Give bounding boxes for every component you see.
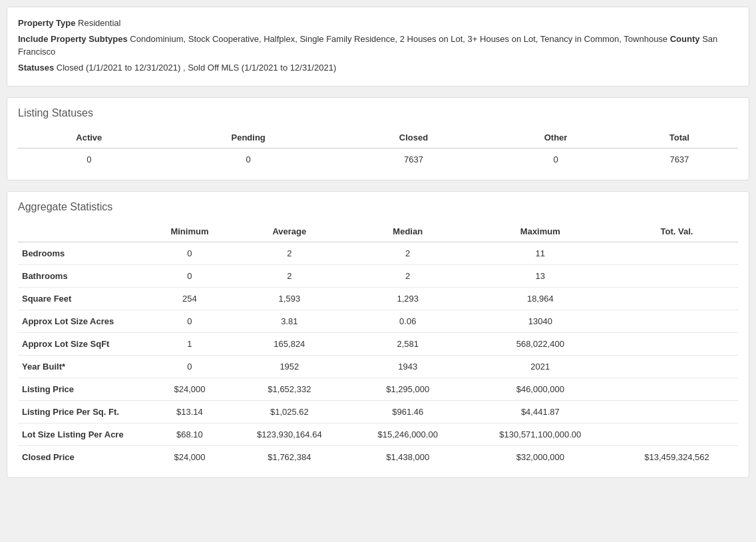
agg-cell-median: 1943 — [351, 356, 465, 378]
agg-col-label — [18, 221, 151, 242]
agg-cell-total — [616, 310, 738, 333]
statuses-label: Statuses — [18, 63, 54, 73]
agg-cell-median: 2,581 — [351, 333, 465, 356]
val-active: 0 — [18, 148, 160, 171]
agg-cell-maximum: 568,022,400 — [465, 333, 616, 356]
agg-cell-total — [616, 288, 738, 310]
agg-cell-minimum: 0 — [151, 356, 228, 378]
agg-data-row: Approx Lot Size SqFt1165,8242,581568,022… — [18, 333, 738, 356]
agg-cell-average: $1,025.62 — [228, 401, 351, 423]
agg-col-median: Median — [351, 221, 465, 242]
agg-cell-maximum: 11 — [465, 242, 616, 265]
listing-statuses-header-row: Active Pending Closed Other Total — [18, 127, 738, 148]
agg-cell-average: 3.81 — [228, 310, 351, 333]
agg-cell-label: Bedrooms — [18, 242, 151, 265]
property-type-value: Residential — [78, 18, 120, 28]
agg-cell-average: 1952 — [228, 356, 351, 378]
agg-cell-total — [616, 242, 738, 265]
aggregate-statistics-card: Aggregate Statistics Minimum Average Med… — [7, 191, 749, 478]
agg-cell-total — [616, 265, 738, 288]
agg-cell-total: $13,459,324,562 — [616, 446, 738, 469]
agg-cell-maximum: $32,000,000 — [465, 446, 616, 469]
agg-cell-maximum: 13 — [465, 265, 616, 288]
property-type-line: Property Type Residential — [18, 17, 738, 30]
county-label: County — [670, 34, 700, 44]
agg-data-row: Approx Lot Size Acres03.810.0613040 — [18, 310, 738, 333]
agg-cell-average: 1,593 — [228, 288, 351, 310]
agg-col-total: Tot. Val. — [616, 221, 738, 242]
col-pending: Pending — [160, 127, 337, 148]
agg-cell-minimum: 1 — [151, 333, 228, 356]
listing-statuses-data-row: 0 0 7637 0 7637 — [18, 148, 738, 171]
col-closed: Closed — [337, 127, 491, 148]
val-other: 0 — [490, 148, 620, 171]
agg-cell-maximum: 13040 — [465, 310, 616, 333]
agg-data-row: Bathrooms02213 — [18, 265, 738, 288]
agg-cell-median: 2 — [351, 265, 465, 288]
val-closed: 7637 — [337, 148, 491, 171]
listing-statuses-card: Listing Statuses Active Pending Closed O… — [7, 97, 749, 180]
agg-cell-minimum: $24,000 — [151, 446, 228, 469]
agg-cell-label: Listing Price — [18, 378, 151, 401]
listing-statuses-table: Active Pending Closed Other Total 0 0 76… — [18, 127, 738, 170]
property-info-card: Property Type Residential Include Proper… — [7, 7, 749, 87]
agg-cell-median: $1,295,000 — [351, 378, 465, 401]
agg-cell-median: 1,293 — [351, 288, 465, 310]
val-pending: 0 — [160, 148, 337, 171]
agg-cell-average: 2 — [228, 265, 351, 288]
agg-cell-label: Bathrooms — [18, 265, 151, 288]
agg-cell-label: Approx Lot Size SqFt — [18, 333, 151, 356]
agg-data-row: Bedrooms02211 — [18, 242, 738, 265]
agg-cell-median: 2 — [351, 242, 465, 265]
listing-statuses-title: Listing Statuses — [18, 107, 738, 119]
agg-cell-label: Square Feet — [18, 288, 151, 310]
aggregate-statistics-title: Aggregate Statistics — [18, 201, 738, 213]
agg-header-row: Minimum Average Median Maximum Tot. Val. — [18, 221, 738, 242]
agg-cell-average: $1,762,384 — [228, 446, 351, 469]
agg-data-row: Lot Size Listing Per Acre$68.10$123,930,… — [18, 423, 738, 446]
agg-cell-minimum: 0 — [151, 242, 228, 265]
agg-col-minimum: Minimum — [151, 221, 228, 242]
val-total: 7637 — [621, 148, 738, 171]
property-type-label: Property Type — [18, 18, 75, 28]
col-active: Active — [18, 127, 160, 148]
agg-col-maximum: Maximum — [465, 221, 616, 242]
agg-cell-maximum: $4,441.87 — [465, 401, 616, 423]
agg-cell-label: Year Built* — [18, 356, 151, 378]
agg-cell-average: $123,930,164.64 — [228, 423, 351, 446]
agg-cell-maximum: $46,000,000 — [465, 378, 616, 401]
agg-cell-minimum: $68.10 — [151, 423, 228, 446]
col-other: Other — [490, 127, 620, 148]
agg-cell-label: Listing Price Per Sq. Ft. — [18, 401, 151, 423]
agg-cell-median: $961.46 — [351, 401, 465, 423]
agg-data-row: Listing Price Per Sq. Ft.$13.14$1,025.62… — [18, 401, 738, 423]
agg-cell-total — [616, 378, 738, 401]
agg-cell-median: 0.06 — [351, 310, 465, 333]
include-subtypes-line: Include Property Subtypes Condominium, S… — [18, 33, 738, 59]
agg-cell-average: 165,824 — [228, 333, 351, 356]
agg-cell-minimum: 0 — [151, 310, 228, 333]
agg-cell-label: Lot Size Listing Per Acre — [18, 423, 151, 446]
agg-cell-minimum: 254 — [151, 288, 228, 310]
col-total: Total — [621, 127, 738, 148]
agg-cell-total — [616, 401, 738, 423]
agg-cell-maximum: 2021 — [465, 356, 616, 378]
agg-cell-total — [616, 423, 738, 446]
agg-cell-minimum: $13.14 — [151, 401, 228, 423]
agg-cell-total — [616, 333, 738, 356]
statuses-line: Statuses Closed (1/1/2021 to 12/31/2021)… — [18, 61, 738, 75]
agg-data-row: Square Feet2541,5931,29318,964 — [18, 288, 738, 310]
agg-cell-total — [616, 356, 738, 378]
agg-data-row: Closed Price$24,000$1,762,384$1,438,000$… — [18, 446, 738, 469]
agg-data-row: Year Built*0195219432021 — [18, 356, 738, 378]
agg-cell-median: $1,438,000 — [351, 446, 465, 469]
agg-cell-minimum: 0 — [151, 265, 228, 288]
agg-cell-label: Closed Price — [18, 446, 151, 469]
agg-data-row: Listing Price$24,000$1,652,332$1,295,000… — [18, 378, 738, 401]
agg-cell-maximum: 18,964 — [465, 288, 616, 310]
agg-cell-maximum: $130,571,100,000.00 — [465, 423, 616, 446]
statuses-value: Closed (1/1/2021 to 12/31/2021) , Sold O… — [57, 63, 336, 73]
agg-cell-label: Approx Lot Size Acres — [18, 310, 151, 333]
agg-cell-average: $1,652,332 — [228, 378, 351, 401]
include-subtypes-value: Condominium, Stock Cooperative, Halfplex… — [130, 34, 667, 44]
